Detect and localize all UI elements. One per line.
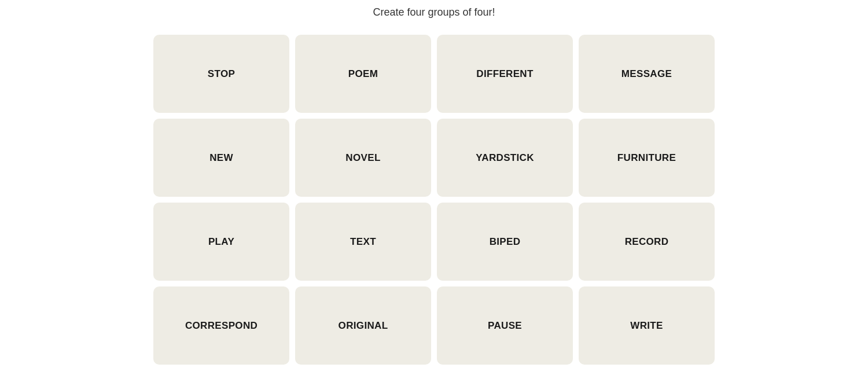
card-yardstick[interactable]: YARDSTICK [437, 119, 573, 197]
card-record[interactable]: RECORD [579, 203, 715, 281]
card-pause[interactable]: PAUSE [437, 286, 573, 365]
card-correspond[interactable]: CORRESPOND [153, 286, 289, 365]
card-poem[interactable]: POEM [295, 35, 431, 113]
card-label-play: PLAY [208, 236, 234, 248]
card-original[interactable]: ORIGINAL [295, 286, 431, 365]
card-label-stop: STOP [208, 68, 235, 80]
card-new[interactable]: NEW [153, 119, 289, 197]
card-stop[interactable]: STOP [153, 35, 289, 113]
card-label-pause: PAUSE [488, 320, 522, 332]
card-different[interactable]: DIFFERENT [437, 35, 573, 113]
card-text[interactable]: TEXT [295, 203, 431, 281]
card-label-yardstick: YARDSTICK [476, 152, 534, 164]
card-label-poem: POEM [348, 68, 378, 80]
card-biped[interactable]: BIPED [437, 203, 573, 281]
card-label-original: ORIGINAL [339, 320, 388, 332]
card-label-biped: BIPED [490, 236, 521, 248]
card-label-message: MESSAGE [621, 68, 672, 80]
card-label-new: NEW [209, 152, 233, 164]
card-furniture[interactable]: FURNITURE [579, 119, 715, 197]
game-subtitle: Create four groups of four! [373, 6, 495, 19]
card-play[interactable]: PLAY [153, 203, 289, 281]
card-label-write: WRITE [630, 320, 663, 332]
card-write[interactable]: WRITE [579, 286, 715, 365]
word-grid: STOPPOEMDIFFERENTMESSAGENEWNOVELYARDSTIC… [153, 35, 715, 365]
card-label-correspond: CORRESPOND [185, 320, 258, 332]
card-label-novel: NOVEL [345, 152, 380, 164]
card-novel[interactable]: NOVEL [295, 119, 431, 197]
card-message[interactable]: MESSAGE [579, 35, 715, 113]
card-label-record: RECORD [625, 236, 669, 248]
card-label-text: TEXT [350, 236, 376, 248]
card-label-different: DIFFERENT [476, 68, 533, 80]
card-label-furniture: FURNITURE [617, 152, 676, 164]
